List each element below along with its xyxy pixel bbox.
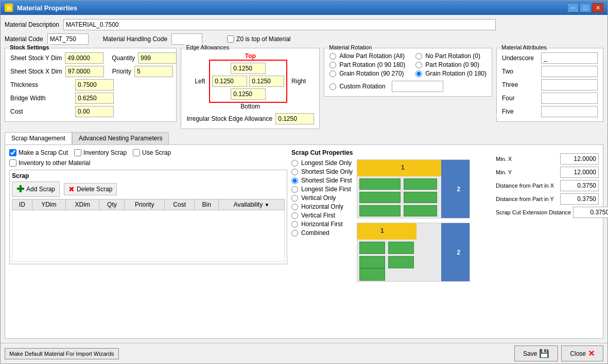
rotation-radio-custom[interactable] [329, 83, 336, 90]
right-edge-input[interactable] [249, 76, 284, 87]
material-rotation-title: Material Rotation [327, 44, 373, 50]
tab-advanced-nesting[interactable]: Advanced Nesting Parameters [72, 132, 169, 144]
green-col-3 [359, 256, 385, 268]
diagram-bottom-num-1: 1 [380, 227, 384, 234]
material-description-row: Material Description [5, 19, 603, 30]
top-label: Top [245, 52, 256, 60]
rotation-radio-0[interactable] [329, 53, 336, 60]
custom-rotation-input[interactable] [392, 81, 443, 92]
rotation-label-0: Allow Part Rotation (All) [339, 52, 405, 60]
scrap-ext-input[interactable] [573, 207, 608, 218]
scp-radio-7[interactable] [291, 221, 298, 228]
rotation-radio-4[interactable] [329, 70, 336, 77]
inventory-scrap-checkbox[interactable] [74, 149, 81, 156]
props-panel: Min. X Min. Y Distance from Part in X [496, 153, 599, 218]
scp-radio-2[interactable] [291, 177, 298, 184]
sheet-y-input[interactable] [65, 52, 103, 64]
dist-x-input[interactable] [560, 180, 599, 191]
delete-scrap-button[interactable]: ✖ Delete Scrap [64, 183, 117, 195]
save-icon: 💾 [539, 349, 549, 358]
five-input[interactable] [541, 106, 598, 117]
scp-label-4: Vertical Only [301, 194, 336, 202]
green-block-3 [359, 192, 401, 203]
rotation-radio-3[interactable] [415, 62, 422, 68]
diagram-bottom: 1 2 [357, 223, 470, 282]
top-edge-input[interactable] [231, 63, 266, 74]
material-description-label: Material Description [5, 21, 59, 28]
scp-radio-0[interactable] [291, 160, 298, 167]
maximize-button[interactable]: □ [580, 3, 591, 12]
quantity-input[interactable] [138, 52, 177, 64]
scp-opt-4: Vertical Only [291, 194, 353, 202]
two-input[interactable] [541, 66, 598, 77]
close-icon: ✕ [588, 349, 595, 358]
scp-label-6: Vertical First [301, 212, 335, 219]
material-handling-input[interactable] [171, 33, 202, 45]
bottom-edge-input[interactable] [231, 88, 266, 100]
min-x-input[interactable] [560, 153, 599, 165]
default-material-button[interactable]: Make Default Material For Import Wizards [5, 348, 119, 359]
scrap-toolbar: ✚ Add Scrap ✖ Delete Scrap [12, 181, 285, 197]
min-y-input[interactable] [560, 167, 599, 178]
sheet-x-input[interactable] [65, 66, 104, 77]
bottom-bar: Make Default Material For Import Wizards… [1, 343, 607, 363]
rotation-radio-5[interactable] [415, 70, 422, 77]
scrap-table: ID YDim XDim Qty Priority Cost Bin Avail… [12, 199, 285, 262]
scp-radio-3[interactable] [291, 186, 298, 193]
col-cost: Cost [165, 199, 195, 210]
rotation-option-0: Allow Part Rotation (All) [329, 52, 405, 60]
scp-label-2: Shortest Side First [301, 177, 352, 184]
z0-checkbox-row: Z0 is top of Material [227, 35, 290, 43]
add-scrap-button[interactable]: ✚ Add Scrap [12, 181, 60, 197]
bridge-width-input[interactable] [75, 93, 114, 104]
inventory-other-checkbox[interactable] [9, 159, 16, 167]
underscore-input[interactable] [541, 52, 598, 64]
quantity-label: Quantity [112, 54, 135, 62]
edge-border-box [209, 60, 287, 103]
minimize-button[interactable]: ─ [567, 3, 579, 12]
cost-input[interactable] [75, 106, 114, 117]
close-label: Close [570, 350, 586, 357]
window-close-button[interactable]: ✕ [592, 3, 603, 12]
tab-scrap-management[interactable]: Scrap Management [5, 132, 72, 144]
irregular-input[interactable] [275, 113, 314, 124]
yellow-bottom-bar [357, 223, 416, 240]
close-button[interactable]: Close ✕ [561, 345, 603, 361]
use-scrap-row: Use Scrap [133, 149, 171, 156]
rotation-label-5: Grain Rotation (0 180) [425, 70, 487, 77]
three-input[interactable] [541, 79, 598, 90]
scp-radio-list: Longest Side Only Shortest Side Only Sho… [291, 159, 353, 282]
priority-input[interactable] [134, 66, 173, 77]
make-scrap-cut-checkbox[interactable] [9, 149, 16, 156]
scrap-panel-title: Scrap [12, 172, 285, 179]
scp-radio-4[interactable] [291, 195, 298, 202]
four-input[interactable] [541, 93, 598, 104]
add-scrap-label: Add Scrap [26, 186, 55, 193]
dist-y-input[interactable] [560, 193, 599, 205]
scp-radio-1[interactable] [291, 169, 298, 175]
rotation-radio-1[interactable] [415, 53, 422, 60]
stock-settings-box: Stock Settings Sheet Stock Y Dim Quantit… [5, 48, 177, 122]
material-description-input[interactable] [63, 19, 496, 30]
green-block-6 [404, 205, 437, 216]
save-button[interactable]: Save 💾 [514, 345, 558, 361]
material-code-input[interactable] [47, 33, 89, 45]
rotation-label-2: Part Rotation (0 90 180) [339, 61, 405, 68]
rotation-radio-2[interactable] [329, 62, 336, 68]
sheet-x-label: Sheet Stock X Dim [10, 68, 62, 75]
left-edge-input[interactable] [212, 76, 247, 87]
col-qty: Qty [99, 199, 125, 210]
scp-radio-8[interactable] [291, 230, 298, 236]
scp-radio-6[interactable] [291, 212, 298, 219]
scp-radio-5[interactable] [291, 204, 298, 210]
scrap-checkboxes: Make a Scrap Cut Inventory Scrap Use Scr… [9, 149, 287, 156]
thickness-input[interactable] [75, 79, 114, 90]
thickness-label: Thickness [10, 81, 72, 88]
z0-checkbox[interactable] [227, 35, 234, 43]
irregular-label: Irregular Stock Edge Allowance [186, 115, 272, 122]
scrap-ext-row: Scrap Cut Extension Distance [496, 207, 599, 218]
blue-corner-bar [441, 223, 470, 282]
edge-inner: Top Left Right Bottom [186, 52, 314, 124]
four-label: Four [502, 95, 538, 102]
use-scrap-checkbox[interactable] [133, 149, 140, 156]
